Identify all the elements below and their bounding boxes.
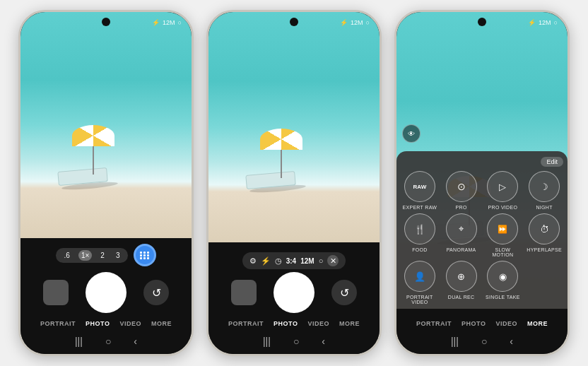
mode-more-2[interactable]: MORE [339, 319, 360, 329]
mode-photo-2[interactable]: PHOTO [274, 319, 298, 329]
nav-menu-icon-1[interactable]: ||| [75, 336, 83, 347]
status-icons-2: ⚡ 12M ○ [340, 19, 370, 26]
nav-menu-icon-3[interactable]: ||| [451, 336, 459, 347]
nav-bar-3: ||| ○ ‹ [396, 333, 568, 351]
nav-menu-icon-2[interactable]: ||| [263, 336, 271, 347]
expert-raw-icon: RAW [404, 171, 435, 202]
more-item-portrait-video[interactable]: 👤 PORTRAIT VIDEO [401, 261, 439, 305]
pro-video-icon: ▷ [487, 171, 518, 202]
nav-back-icon-2[interactable]: ‹ [322, 336, 325, 347]
more-items-grid: RAW EXPERT RAW ⊙ PRO ▷ PR [401, 171, 563, 305]
beach-scene-1 [20, 12, 192, 238]
nav-home-icon-1[interactable]: ○ [105, 336, 111, 347]
night-icon: ☽ [529, 171, 560, 202]
umbrella-top-2 [260, 129, 302, 150]
more-item-slow-motion[interactable]: ⏩ SLOW MOTION [484, 213, 522, 257]
hyperlapse-icon: ⏱ [529, 213, 560, 244]
nav-home-icon-2[interactable]: ○ [293, 336, 299, 347]
nav-bar-2: ||| ○ ‹ [208, 333, 380, 351]
status-icons-3: ⚡ 12M ○ [528, 19, 558, 26]
grid-dots-icon [140, 252, 150, 259]
mode-tabs-3: PORTRAIT PHOTO VIDEO MORE [396, 319, 568, 329]
zoom-bar-1: .6 1× 2 3 [20, 244, 192, 266]
more-item-food[interactable]: 🍴 FOOD [401, 213, 439, 257]
flip-camera-1[interactable]: ↺ [143, 280, 169, 305]
expert-raw-label: EXPERT RAW [402, 205, 437, 210]
flash-icon-toolbar[interactable]: ⚡ [261, 256, 271, 266]
flash-icon-1: ⚡ [152, 19, 160, 26]
more-item-single-take[interactable]: ◉ SINGLE TAKE [484, 261, 522, 305]
settings-icon-toolbar[interactable]: ⚙ [249, 256, 257, 266]
phone-1: ⚡ 12M ○ .6 1× 2 3 [18, 10, 194, 356]
more-item-pro[interactable]: ⊙ PRO [442, 171, 481, 210]
megapixels-2: 12M [351, 19, 363, 26]
grid-button-1[interactable] [134, 244, 156, 266]
zoom-1x[interactable]: 1× [78, 250, 92, 261]
hyperlapse-label: HYPERLAPSE [527, 247, 562, 252]
thumbnail-1[interactable] [43, 280, 69, 305]
mode-portrait-3[interactable]: PORTRAIT [416, 319, 452, 329]
slow-motion-icon: ⏩ [487, 213, 518, 244]
close-toolbar-button[interactable]: ✕ [327, 255, 339, 266]
nav-back-icon-1[interactable]: ‹ [134, 336, 137, 347]
night-label: NIGHT [536, 205, 552, 210]
thumbnail-2[interactable] [231, 280, 257, 305]
phone-2: ⚡ 12M ○ ⚙ ⚡ ◷ 3:4 [206, 10, 382, 356]
edit-button[interactable]: Edit [541, 157, 563, 167]
timer-icon-toolbar[interactable]: ◷ [275, 256, 282, 266]
mode-more-3[interactable]: MORE [527, 319, 548, 329]
mode-tabs-1: PORTRAIT PHOTO VIDEO MORE [20, 319, 192, 329]
portrait-video-icon: 👤 [404, 261, 435, 292]
nav-bar-1: ||| ○ ‹ [20, 333, 192, 351]
circle-icon-toolbar[interactable]: ○ [319, 256, 324, 265]
phones-container: ⚡ 12M ○ .6 1× 2 3 [0, 0, 588, 366]
mode-video-3[interactable]: VIDEO [495, 319, 517, 329]
more-item-expert-raw[interactable]: RAW EXPERT RAW [401, 171, 439, 210]
zoom-0.6[interactable]: .6 [61, 250, 73, 261]
camera-controls-1: .6 1× 2 3 ↺ PORTRAIT [20, 238, 192, 354]
zoom-3[interactable]: 3 [113, 250, 123, 261]
shutter-button-1[interactable] [86, 272, 127, 313]
mode-portrait-1[interactable]: PORTRAIT [40, 319, 76, 329]
umbrella-pole-1 [93, 146, 94, 175]
mode-portrait-2[interactable]: PORTRAIT [228, 319, 264, 329]
mode-more-1[interactable]: MORE [151, 319, 172, 329]
zoom-2[interactable]: 2 [98, 250, 107, 261]
mp-label-toolbar: 12M [300, 257, 314, 265]
shutter-row-2: ↺ [208, 272, 380, 313]
notch-3 [478, 18, 486, 26]
more-item-pro-video[interactable]: ▷ PRO VIDEO [484, 171, 522, 210]
more-item-dual-rec[interactable]: ⊕ DUAL REC [442, 261, 481, 305]
nav-back-icon-3[interactable]: ‹ [510, 336, 513, 347]
mode-video-1[interactable]: VIDEO [119, 319, 141, 329]
viewfinder-3[interactable]: 👁 Edit RAW EXPERT RAW ⊙ [396, 12, 568, 309]
notch-2 [290, 18, 298, 26]
ratio-label[interactable]: 3:4 [286, 257, 296, 265]
food-label: FOOD [412, 247, 427, 252]
mode-video-2[interactable]: VIDEO [307, 319, 329, 329]
eye-icon[interactable]: 👁 [402, 124, 421, 143]
more-panel: 👁 Edit RAW EXPERT RAW ⊙ [396, 151, 568, 309]
umbrella-top-1 [72, 125, 114, 146]
more-item-night[interactable]: ☽ NIGHT [525, 171, 563, 210]
viewfinder-2[interactable] [208, 12, 380, 242]
flip-camera-2[interactable]: ↺ [331, 280, 357, 305]
mode-photo-1[interactable]: PHOTO [86, 319, 110, 329]
megapixels-1: 12M [163, 19, 175, 26]
shutter-button-2[interactable] [274, 272, 314, 313]
flash-icon-3: ⚡ [528, 19, 536, 26]
camera-controls-3: PORTRAIT PHOTO VIDEO MORE ||| ○ ‹ [396, 309, 568, 354]
viewfinder-1[interactable] [20, 12, 192, 238]
pro-video-label: PRO VIDEO [488, 205, 518, 210]
dual-rec-icon: ⊕ [446, 261, 477, 292]
timer-icon-1: ○ [178, 19, 182, 26]
beach-scene-2 [208, 12, 380, 242]
portrait-video-label: PORTRAIT VIDEO [401, 295, 439, 305]
camera-controls-2: ⚙ ⚡ ◷ 3:4 12M ○ ✕ ↺ PORTRAIT PHOTO VIDEO… [208, 242, 380, 354]
slow-motion-label: SLOW MOTION [484, 247, 522, 257]
nav-home-icon-3[interactable]: ○ [481, 336, 487, 347]
more-item-hyperlapse[interactable]: ⏱ HYPERLAPSE [525, 213, 563, 257]
mode-photo-3[interactable]: PHOTO [461, 319, 486, 329]
more-item-panorama[interactable]: ⌖ PANORAMA [442, 213, 481, 257]
umbrella-2 [260, 129, 302, 178]
